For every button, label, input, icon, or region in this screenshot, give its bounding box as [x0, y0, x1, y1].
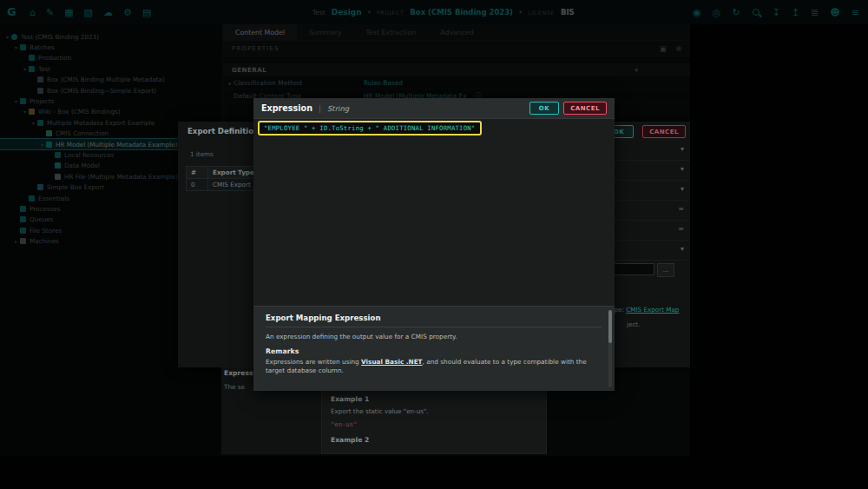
visual-basic-link[interactable]: Visual Basic .NET: [361, 358, 423, 366]
help-description: An expression defining the output value …: [266, 333, 595, 342]
expression-highlight-box[interactable]: "EMPLOYEE " + ID.ToString + " ADDITIONAL…: [258, 121, 482, 135]
help-divider: [266, 327, 602, 327]
expression-text[interactable]: "EMPLOYEE " + ID.ToString + " ADDITIONAL…: [264, 124, 475, 132]
dialog-subtitle: String: [327, 104, 349, 113]
scrollbar-thumb[interactable]: [608, 310, 612, 343]
ok-button[interactable]: OK: [529, 102, 559, 115]
expression-editor[interactable]: [253, 119, 615, 306]
expression-help-panel: Export Mapping Expression An expression …: [253, 306, 615, 391]
remarks-title: Remarks: [266, 347, 602, 355]
title-divider: |: [319, 104, 321, 113]
expression-dialog: Expression | String OK CANCEL "EMPLOYEE …: [253, 98, 615, 391]
dialog-title: Expression: [261, 103, 312, 113]
app-window: G ⌂✎▦▧☁⚙▤ Test Design ▾ PROJECT Box (CMI…: [0, 0, 868, 489]
remarks-text: Expressions are written using Visual Bas…: [266, 358, 595, 376]
help-title: Export Mapping Expression: [266, 314, 602, 322]
expression-dialog-header: Expression | String OK CANCEL: [253, 98, 615, 119]
scrollbar[interactable]: [608, 310, 612, 387]
cancel-button[interactable]: CANCEL: [563, 102, 607, 115]
